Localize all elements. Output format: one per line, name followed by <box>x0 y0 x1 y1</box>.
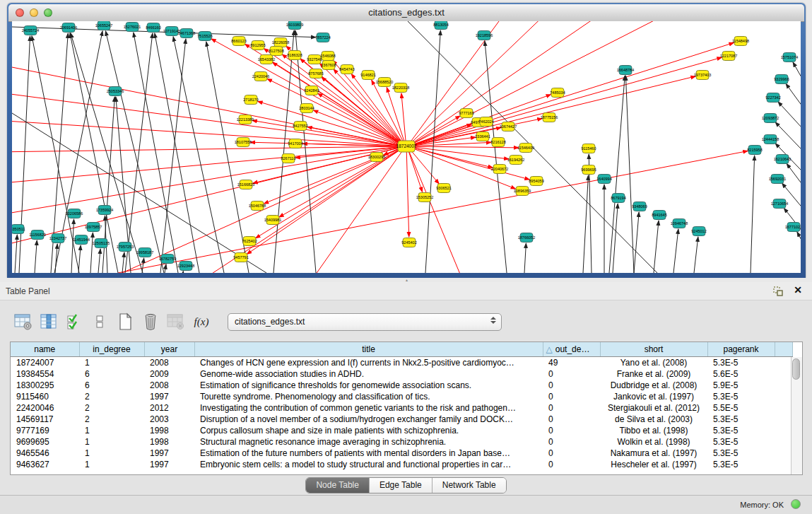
table-cell-short[interactable]: Franke et al. (2009) <box>600 368 707 380</box>
network-node[interactable]: 10975857 <box>85 223 102 232</box>
table-row[interactable]: 2242004622012Investigating the contribut… <box>11 402 792 414</box>
table-cell-title[interactable]: Estimation of the future numbers of pati… <box>194 448 543 459</box>
select-columns-icon[interactable] <box>64 311 85 332</box>
table-cell-short[interactable]: Nakamura et al. (1997) <box>600 448 707 459</box>
network-node[interactable]: 11156829 <box>29 230 46 240</box>
tab-node-table[interactable]: Node Table <box>306 478 370 493</box>
table-cell-year[interactable]: 1997 <box>144 459 194 470</box>
table-cell-pagerank[interactable]: 5.3E-5 <box>707 425 775 436</box>
network-node[interactable]: 19737403 <box>694 71 711 80</box>
table-cell-year[interactable]: 1998 <box>144 425 194 436</box>
network-node[interactable]: 7515526 <box>197 32 212 41</box>
network-node[interactable]: 18766052 <box>518 233 535 243</box>
network-node[interactable]: 9699695 <box>581 165 596 175</box>
function-builder-icon[interactable]: f(x) <box>191 311 212 332</box>
table-cell-year[interactable]: 1998 <box>144 436 194 448</box>
table-cell-out_degree[interactable]: 0 <box>543 380 600 391</box>
node-table[interactable]: namein_degreeyeartitle△out_de…shortpager… <box>10 341 803 475</box>
table-cell-out_degree[interactable]: 0 <box>543 391 600 402</box>
network-node[interactable]: 8466160 <box>146 23 160 33</box>
table-cell-name[interactable]: 19384554 <box>11 368 79 380</box>
network-node[interactable]: 9306521 <box>436 184 451 193</box>
network-node[interactable]: 15305252 <box>416 193 433 202</box>
table-cell-name[interactable]: 18300295 <box>11 380 79 391</box>
table-row[interactable]: 946362711997Embryonic stem cells: a mode… <box>11 459 792 470</box>
table-cell-short[interactable]: Wolkin et al. (1998) <box>600 436 707 448</box>
table-cell-out_degree[interactable]: 0 <box>543 448 600 459</box>
column-header-title[interactable]: title <box>194 342 543 356</box>
table-row[interactable]: 1872400712008Changes of HCN gene express… <box>11 356 792 368</box>
network-node[interactable]: 8427552 <box>293 122 307 131</box>
table-cell-in_degree[interactable]: 6 <box>79 380 144 391</box>
column-header-pagerank[interactable]: pagerank <box>707 342 775 356</box>
network-node[interactable]: 8679194 <box>611 194 625 203</box>
network-node[interactable]: 11451944 <box>73 235 90 245</box>
network-node[interactable]: 8941645 <box>652 211 666 220</box>
network-node[interactable]: 7485034 <box>550 88 565 98</box>
network-node[interactable]: 10946748 <box>671 219 688 228</box>
table-cell-year[interactable]: 2008 <box>144 356 194 368</box>
network-node[interactable]: 9777169 <box>459 109 473 118</box>
table-row[interactable]: 977716911998Corpus callosum shape and si… <box>11 425 792 436</box>
network-node[interactable]: 8912955 <box>250 41 265 50</box>
network-node[interactable]: 7857224 <box>315 33 330 42</box>
table-cell-name[interactable]: 14569117 <box>11 414 79 425</box>
network-node[interactable]: 7462024 <box>478 117 493 127</box>
table-cell-pagerank[interactable]: 5.3E-5 <box>707 356 775 368</box>
network-node[interactable]: 9245402 <box>401 238 416 247</box>
create-table-icon[interactable] <box>114 311 136 332</box>
network-node[interactable]: 8454743 <box>339 65 354 74</box>
table-cell-short[interactable]: Jankovic et al. (1997) <box>600 391 707 402</box>
network-node[interactable]: 16210643 <box>774 155 791 164</box>
table-cell-title[interactable]: Estimation of significance thresholds fo… <box>194 380 543 391</box>
table-settings-icon[interactable] <box>13 311 34 332</box>
row-height-icon[interactable] <box>89 311 110 332</box>
network-node[interactable]: 10896359 <box>514 187 531 196</box>
table-cell-year[interactable]: 1997 <box>144 448 194 459</box>
table-row[interactable]: 911546021997Tourette syndrome. Phenomeno… <box>11 391 792 402</box>
network-canvas[interactable]: 1872400786601238912955182260588127508165… <box>12 21 801 273</box>
table-cell-out_degree[interactable]: 49 <box>543 356 600 368</box>
network-node[interactable]: 8954059 <box>529 177 543 186</box>
float-panel-icon[interactable] <box>772 286 784 297</box>
table-cell-in_degree[interactable]: 1 <box>79 436 144 448</box>
network-node[interactable]: 1546088 <box>320 52 335 61</box>
network-node[interactable]: 18300295 <box>368 153 385 162</box>
table-row[interactable]: 1830029562008Estimation of significance … <box>11 380 792 391</box>
network-node[interactable]: 22420046 <box>252 72 269 81</box>
table-cell-year[interactable]: 2008 <box>144 380 194 391</box>
tab-edge-table[interactable]: Edge Table <box>370 478 433 493</box>
network-node[interactable]: 22040672 <box>491 165 508 174</box>
network-node[interactable]: 10674427 <box>500 122 517 132</box>
network-node[interactable]: 8813054 <box>433 21 448 30</box>
network-node[interactable]: 8757685 <box>308 69 323 78</box>
network-node[interactable]: 15692031 <box>769 175 786 184</box>
network-node[interactable]: 9329966 <box>774 75 789 84</box>
column-header-in_degree[interactable]: in_degree <box>79 342 144 356</box>
table-cell-in_degree[interactable]: 1 <box>79 459 144 470</box>
table-cell-name[interactable]: 9465546 <box>11 448 79 459</box>
network-node[interactable]: 7625402 <box>242 237 257 246</box>
network-node[interactable]: 15276021 <box>124 23 141 32</box>
table-row[interactable]: 946554611997Estimation of the future num… <box>11 448 792 459</box>
table-cell-out_degree[interactable]: 0 <box>543 436 600 448</box>
table-cell-pagerank[interactable]: 5.3E-5 <box>707 436 775 448</box>
network-node[interactable]: 8127508 <box>269 47 283 56</box>
table-cell-name[interactable]: 9777169 <box>11 425 79 436</box>
network-node[interactable]: 12923448 <box>177 262 194 271</box>
column-header-name[interactable]: name <box>11 342 79 356</box>
column-header-out_degree[interactable]: △out_de… <box>543 342 600 356</box>
table-selector-dropdown[interactable]: citations_edges.txt <box>228 313 502 331</box>
table-vertical-scrollbar[interactable] <box>791 357 802 474</box>
network-node[interactable]: 12444158 <box>762 135 779 144</box>
table-row[interactable]: 1456911722003Disruption of a novel membe… <box>11 414 792 425</box>
table-cell-in_degree[interactable]: 2 <box>79 391 144 402</box>
table-cell-in_degree[interactable]: 1 <box>79 448 144 459</box>
network-node[interactable]: 19218596 <box>476 31 493 40</box>
table-cell-title[interactable]: Changes of HCN gene expression and I(f) … <box>194 356 543 368</box>
network-node[interactable]: 12342737 <box>49 234 66 243</box>
network-node[interactable]: 16782759 <box>159 255 176 264</box>
table-cell-in_degree[interactable]: 1 <box>79 425 144 436</box>
network-view-window[interactable]: citations_edges.txt 18724007866012389129… <box>7 3 806 278</box>
table-cell-out_degree[interactable]: 0 <box>543 368 600 380</box>
